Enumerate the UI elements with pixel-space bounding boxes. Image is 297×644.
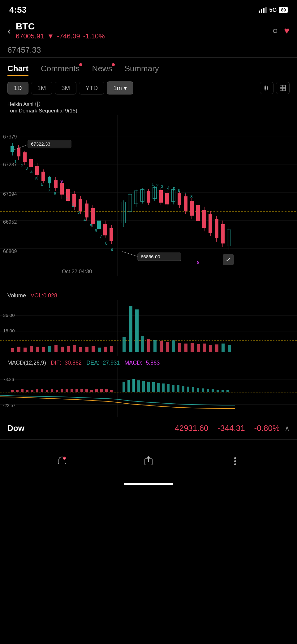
svg-rect-50 — [110, 228, 113, 241]
svg-rect-176 — [21, 389, 24, 392]
share-icon — [142, 455, 155, 467]
tab-chart[interactable]: Chart — [7, 64, 28, 75]
current-price: 67005.91 — [16, 32, 44, 40]
svg-rect-147 — [104, 347, 107, 352]
svg-rect-211 — [202, 388, 204, 392]
tab-summary[interactable]: Summary — [125, 64, 159, 75]
layout-icon[interactable] — [276, 82, 290, 94]
svg-text:66952: 66952 — [3, 219, 17, 225]
price-change: -746.09 — [57, 32, 80, 40]
svg-rect-215 — [222, 390, 224, 392]
time-btn-1d[interactable]: 1D — [7, 82, 28, 94]
macd-chart: 73.36 -22.57 — [0, 367, 297, 417]
svg-rect-44 — [91, 208, 95, 224]
dow-price: 42931.60 — [175, 423, 208, 433]
svg-text:+: + — [63, 457, 65, 460]
svg-rect-60 — [147, 191, 150, 203]
svg-rect-46 — [97, 221, 101, 229]
more-icon — [229, 455, 241, 467]
share-button[interactable] — [142, 455, 155, 467]
svg-rect-64 — [159, 190, 163, 203]
svg-rect-154 — [153, 340, 157, 352]
back-button[interactable]: ‹ — [7, 25, 11, 37]
signal-bars-icon — [259, 7, 267, 13]
svg-text:66809: 66809 — [3, 249, 17, 254]
svg-text:73.36: 73.36 — [3, 377, 14, 382]
svg-text:6: 6 — [178, 188, 180, 193]
svg-text:4: 4 — [167, 186, 170, 191]
svg-rect-209 — [192, 387, 194, 392]
svg-text:5: 5 — [173, 186, 175, 191]
alert-button[interactable]: + — [56, 455, 68, 467]
svg-point-226 — [234, 463, 236, 465]
price-arrow-icon: ▼ — [47, 32, 54, 40]
svg-rect-80 — [209, 214, 212, 233]
svg-text:2: 2 — [20, 163, 23, 168]
svg-text:6: 6 — [95, 228, 97, 233]
favorite-icon[interactable]: ♥ — [284, 25, 290, 36]
svg-text:3: 3 — [77, 210, 80, 215]
macd-value: -5.863 — [144, 360, 160, 366]
time-btn-1min[interactable]: 1m ▾ — [107, 81, 133, 94]
stock-symbol: BTC — [16, 21, 267, 32]
svg-rect-174 — [11, 390, 14, 392]
status-bar: 4:53 5G 89 — [0, 0, 297, 19]
svg-text:9: 9 — [111, 247, 113, 252]
svg-rect-197 — [132, 379, 135, 392]
svg-text:67379: 67379 — [3, 134, 17, 139]
svg-rect-8 — [280, 88, 282, 91]
svg-rect-42 — [85, 204, 88, 217]
time-btn-3m[interactable]: 3M — [55, 82, 76, 94]
svg-rect-138 — [48, 346, 51, 352]
candlestick-chart[interactable]: 1 2 3 4 5 6 7 8 9 1 2 3 4 5 6 7 8 9 1 2 … — [0, 115, 297, 289]
svg-text:9: 9 — [197, 260, 200, 265]
svg-text:Oct 22 04:30: Oct 22 04:30 — [62, 269, 92, 274]
dow-change-pct: -0.80% — [254, 423, 280, 433]
candle-type-icon[interactable] — [260, 82, 273, 94]
svg-text:3: 3 — [161, 184, 163, 189]
more-button[interactable] — [229, 455, 241, 467]
svg-rect-175 — [16, 390, 19, 392]
svg-rect-22 — [23, 152, 27, 162]
time-btn-ytd[interactable]: YTD — [79, 82, 104, 94]
svg-rect-34 — [60, 183, 64, 195]
dow-section: Dow 42931.60 -344.31 -0.80% ∧ — [0, 417, 297, 440]
svg-rect-18 — [11, 146, 14, 152]
svg-rect-134 — [24, 348, 27, 352]
svg-rect-201 — [152, 382, 155, 392]
svg-rect-158 — [178, 343, 181, 352]
macd-label-m: MACD: — [124, 360, 142, 366]
svg-rect-160 — [191, 343, 194, 352]
svg-rect-178 — [31, 390, 33, 392]
svg-rect-207 — [182, 386, 184, 392]
svg-text:7: 7 — [100, 234, 102, 239]
svg-rect-191 — [95, 389, 98, 392]
svg-text:67237: 67237 — [3, 162, 17, 167]
status-time: 4:53 — [9, 5, 27, 15]
search-icon[interactable]: ○ — [272, 25, 278, 36]
prev-price-display: 67457.33 — [0, 44, 297, 57]
dow-expand-icon[interactable]: ∧ — [285, 424, 290, 432]
svg-rect-152 — [141, 336, 144, 352]
svg-text:67322.33: 67322.33 — [31, 141, 50, 147]
tab-news[interactable]: News — [92, 64, 112, 75]
tab-comments[interactable]: Comments — [41, 64, 80, 75]
svg-rect-159 — [184, 344, 187, 352]
volume-section: Volume VOL:0.028 — [0, 289, 297, 356]
svg-rect-66 — [165, 193, 169, 204]
price-change-pct: -1.10% — [83, 32, 105, 40]
time-btn-1m[interactable]: 1M — [31, 82, 53, 94]
svg-rect-26 — [35, 166, 39, 175]
svg-rect-78 — [202, 210, 206, 228]
svg-rect-0 — [265, 86, 266, 90]
svg-rect-30 — [48, 177, 51, 183]
svg-rect-184 — [61, 389, 63, 392]
svg-rect-180 — [41, 389, 43, 392]
svg-rect-192 — [100, 389, 103, 392]
svg-rect-202 — [157, 383, 160, 392]
svg-rect-144 — [85, 347, 88, 352]
macd-label-row: MACD(12,26,9) DIF: -30.862 DEA: -27.931 … — [0, 358, 297, 367]
svg-rect-142 — [73, 345, 76, 352]
svg-rect-179 — [36, 389, 38, 392]
dea-value: -27.931 — [101, 360, 120, 366]
